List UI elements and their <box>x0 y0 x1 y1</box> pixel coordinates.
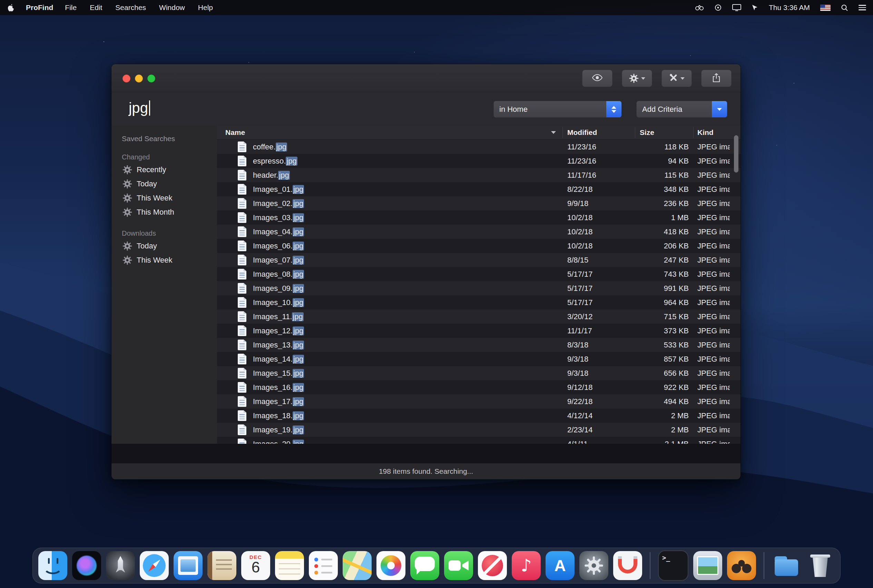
sidebar-item-downloads-this-week[interactable]: This Week <box>111 253 217 267</box>
table-row[interactable]: Images_11.jpg3/20/12715 KBJPEG image <box>217 309 741 324</box>
menubar-menus: FileEditSearchesWindowHelp <box>65 3 213 12</box>
zoom-button[interactable] <box>147 75 155 82</box>
vertical-scrollbar[interactable] <box>734 135 738 172</box>
column-divider[interactable] <box>693 127 694 138</box>
dock-profind-icon[interactable] <box>727 551 756 580</box>
menu-searches[interactable]: Searches <box>115 3 146 12</box>
table-row[interactable]: Images_16.jpg9/12/18922 KBJPEG image <box>217 380 741 394</box>
dock-finder-icon[interactable] <box>38 551 67 580</box>
dock-reminders-icon[interactable] <box>309 551 338 580</box>
sidebar-item-changed-today[interactable]: Today <box>111 177 217 191</box>
cursor-icon[interactable] <box>752 4 759 11</box>
preview-button[interactable] <box>582 70 612 87</box>
table-row[interactable]: Images_13.jpg8/3/18533 KBJPEG image <box>217 338 741 352</box>
dock-music-icon[interactable] <box>512 551 541 580</box>
active-app-name[interactable]: ProFind <box>26 3 53 12</box>
file-name: header.jpg <box>253 168 290 182</box>
sidebar-item-changed-recently[interactable]: Recently <box>111 162 217 177</box>
file-name: Images_01.jpg <box>253 182 304 196</box>
menubar-clock[interactable]: Thu 3:36 AM <box>769 3 810 12</box>
column-header-kind[interactable]: Kind <box>698 126 714 140</box>
match-highlight: jpg <box>292 270 304 279</box>
table-row[interactable]: Images_15.jpg9/3/18656 KBJPEG image <box>217 366 741 380</box>
spotlight-search-icon[interactable] <box>841 4 848 11</box>
dock-launchpad-icon[interactable] <box>106 551 135 580</box>
dock-downloads-folder-icon[interactable] <box>772 551 801 580</box>
tools-button[interactable] <box>662 70 692 87</box>
table-row[interactable]: Images_09.jpg5/17/17991 KBJPEG image <box>217 281 741 296</box>
notification-list-icon[interactable] <box>858 5 866 10</box>
dock-magnet-icon[interactable] <box>613 551 642 580</box>
apple-menu-icon[interactable] <box>8 4 14 12</box>
table-row[interactable]: Images_19.jpg2/23/142 MBJPEG image <box>217 423 741 437</box>
menu-file[interactable]: File <box>65 3 76 12</box>
ring-icon[interactable] <box>714 4 722 11</box>
add-criteria-popup[interactable]: Add Criteria <box>636 101 728 118</box>
column-header-name[interactable]: Name <box>225 126 245 140</box>
table-row[interactable]: Images_08.jpg5/17/17743 KBJPEG image <box>217 267 741 281</box>
table-row[interactable]: Images_01.jpg8/22/18348 KBJPEG image <box>217 182 741 196</box>
display-icon[interactable] <box>732 4 741 11</box>
table-row[interactable]: Images_03.jpg10/2/181 MBJPEG image <box>217 210 741 225</box>
sidebar-item-downloads-today[interactable]: Today <box>111 239 217 253</box>
table-row[interactable]: espresso.jpg11/23/1694 KBJPEG image <box>217 154 741 168</box>
us-flag-icon[interactable] <box>820 4 831 11</box>
file-size: 922 KB <box>635 380 689 394</box>
file-size: 743 KB <box>635 267 689 281</box>
table-row[interactable]: header.jpg11/17/16115 KBJPEG image <box>217 168 741 182</box>
minimize-button[interactable] <box>135 75 143 82</box>
dock-mail-icon[interactable] <box>174 551 202 580</box>
sidebar-item-changed-this-week[interactable]: This Week <box>111 191 217 205</box>
table-row[interactable]: Images_20.jpg4/1/112.1 MBJPEG image <box>217 437 741 444</box>
dock-itunes-icon[interactable] <box>478 551 507 580</box>
column-header-size[interactable]: Size <box>640 126 654 140</box>
search-input[interactable]: jpg <box>129 100 150 116</box>
table-row[interactable]: Images_10.jpg5/17/17964 KBJPEG image <box>217 296 741 309</box>
dock-photos-icon[interactable] <box>376 551 405 580</box>
dock-maps-icon[interactable] <box>343 551 372 580</box>
dock-siri-icon[interactable] <box>72 551 101 580</box>
sidebar-item-changed-this-month[interactable]: This Month <box>111 205 217 219</box>
sidebar-item-label: This Month <box>136 208 174 217</box>
sort-chevron-icon[interactable] <box>551 131 556 134</box>
table-row[interactable]: Images_06.jpg10/2/18206 KBJPEG image <box>217 239 741 253</box>
dock-screenshot-icon[interactable] <box>693 551 722 580</box>
menu-edit[interactable]: Edit <box>90 3 102 12</box>
file-name: Images_14.jpg <box>253 352 304 366</box>
scope-popup[interactable]: in Home <box>494 101 622 118</box>
table-row[interactable]: Images_07.jpg8/8/15247 KBJPEG image <box>217 253 741 267</box>
file-name: Images_19.jpg <box>253 423 304 437</box>
menu-help[interactable]: Help <box>198 3 213 12</box>
window-titlebar[interactable] <box>111 64 741 92</box>
menu-window[interactable]: Window <box>159 3 185 12</box>
dock-calendar-icon[interactable]: DEC6 <box>241 551 270 580</box>
dock-safari-icon[interactable] <box>140 551 169 580</box>
dock-facetime-icon[interactable] <box>444 551 473 580</box>
menu-bar: ProFind FileEditSearchesWindowHelp Thu 3… <box>0 0 873 15</box>
file-size: 94 KB <box>635 154 689 168</box>
dock-app-store-icon[interactable] <box>546 551 574 580</box>
column-header-modified[interactable]: Modified <box>567 126 597 140</box>
dock-messages-icon[interactable] <box>410 551 439 580</box>
file-modified: 9/22/18 <box>567 394 633 409</box>
table-row[interactable]: Images_14.jpg9/3/18857 KBJPEG image <box>217 352 741 366</box>
table-row[interactable]: coffee.jpg11/23/16118 KBJPEG image <box>217 140 741 154</box>
table-row[interactable]: Images_18.jpg4/12/142 MBJPEG image <box>217 409 741 423</box>
table-row[interactable]: Images_12.jpg11/1/17373 KBJPEG image <box>217 324 741 338</box>
dock-system-preferences-icon[interactable] <box>579 551 608 580</box>
dock-contacts-icon[interactable] <box>207 551 236 580</box>
actions-button[interactable] <box>622 70 652 87</box>
dock-trash-icon[interactable] <box>806 551 835 580</box>
close-button[interactable] <box>123 75 130 82</box>
binoculars-icon[interactable] <box>695 4 704 11</box>
table-row[interactable]: Images_04.jpg10/2/18418 KBJPEG image <box>217 225 741 239</box>
match-highlight: jpg <box>292 340 304 350</box>
dock-terminal-icon[interactable] <box>658 550 688 581</box>
column-divider[interactable] <box>562 127 563 138</box>
table-row[interactable]: Images_02.jpg9/9/18236 KBJPEG image <box>217 196 741 210</box>
dock-notes-icon[interactable] <box>275 551 304 580</box>
match-highlight: jpg <box>292 199 304 208</box>
table-row[interactable]: Images_17.jpg9/22/18494 KBJPEG image <box>217 394 741 409</box>
share-button[interactable] <box>701 70 732 87</box>
column-divider[interactable] <box>635 127 635 138</box>
